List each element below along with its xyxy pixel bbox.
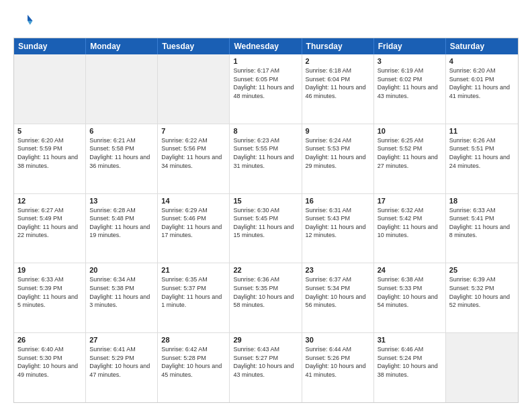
day-number: 7 — [161, 127, 226, 135]
day-number: 5 — [17, 127, 82, 135]
cal-header-wednesday: Wednesday — [230, 38, 302, 54]
page: SundayMondayTuesdayWednesdayThursdayFrid… — [0, 0, 532, 411]
day-number: 31 — [378, 336, 442, 344]
cell-content: Sunrise: 6:30 AMSunset: 5:45 PMDaylight:… — [233, 206, 298, 240]
cell-content: Sunrise: 6:20 AMSunset: 6:01 PMDaylight:… — [449, 66, 515, 100]
cal-cell-day-26: 26Sunrise: 6:40 AMSunset: 5:30 PMDayligh… — [14, 333, 86, 402]
svg-marker-1 — [28, 21, 33, 25]
cell-content: Sunrise: 6:34 AMSunset: 5:38 PMDaylight:… — [89, 275, 154, 309]
day-number: 18 — [449, 197, 515, 205]
cell-content: Sunrise: 6:35 AMSunset: 5:37 PMDaylight:… — [161, 275, 226, 309]
cal-header-sunday: Sunday — [14, 38, 86, 54]
cell-content: Sunrise: 6:24 AMSunset: 5:53 PMDaylight:… — [306, 136, 370, 170]
day-number: 2 — [306, 57, 370, 65]
cal-cell-day-17: 17Sunrise: 6:32 AMSunset: 5:42 PMDayligh… — [374, 194, 446, 263]
cal-cell-day-6: 6Sunrise: 6:21 AMSunset: 5:58 PMDaylight… — [86, 124, 158, 193]
cal-cell-day-18: 18Sunrise: 6:33 AMSunset: 5:41 PMDayligh… — [446, 194, 518, 263]
day-number: 11 — [449, 127, 515, 135]
cal-cell-day-10: 10Sunrise: 6:25 AMSunset: 5:52 PMDayligh… — [374, 124, 446, 193]
cal-week-4: 19Sunrise: 6:33 AMSunset: 5:39 PMDayligh… — [14, 263, 518, 333]
cell-content: Sunrise: 6:21 AMSunset: 5:58 PMDaylight:… — [89, 136, 154, 170]
cal-cell-day-9: 9Sunrise: 6:24 AMSunset: 5:53 PMDaylight… — [302, 124, 374, 193]
day-number: 29 — [233, 336, 298, 344]
cell-content: Sunrise: 6:40 AMSunset: 5:30 PMDaylight:… — [17, 345, 82, 379]
day-number: 20 — [89, 266, 154, 274]
cell-content: Sunrise: 6:38 AMSunset: 5:33 PMDaylight:… — [378, 275, 442, 309]
day-number: 14 — [161, 197, 226, 205]
cell-content: Sunrise: 6:46 AMSunset: 5:24 PMDaylight:… — [378, 345, 442, 379]
cell-content: Sunrise: 6:44 AMSunset: 5:26 PMDaylight:… — [306, 345, 370, 379]
cell-content: Sunrise: 6:37 AMSunset: 5:34 PMDaylight:… — [306, 275, 370, 309]
cell-content: Sunrise: 6:28 AMSunset: 5:48 PMDaylight:… — [89, 206, 154, 240]
cal-header-saturday: Saturday — [446, 38, 518, 54]
cal-cell-day-13: 13Sunrise: 6:28 AMSunset: 5:48 PMDayligh… — [86, 194, 158, 263]
day-number: 10 — [378, 127, 442, 135]
cell-content: Sunrise: 6:25 AMSunset: 5:52 PMDaylight:… — [378, 136, 442, 170]
cal-cell-day-20: 20Sunrise: 6:34 AMSunset: 5:38 PMDayligh… — [86, 263, 158, 332]
day-number: 21 — [161, 266, 226, 274]
header — [13, 11, 519, 31]
cell-content: Sunrise: 6:42 AMSunset: 5:28 PMDaylight:… — [161, 345, 226, 379]
cell-content: Sunrise: 6:23 AMSunset: 5:55 PMDaylight:… — [233, 136, 298, 170]
cal-cell-day-12: 12Sunrise: 6:27 AMSunset: 5:49 PMDayligh… — [14, 194, 86, 263]
cal-cell-empty — [14, 54, 86, 124]
cal-header-monday: Monday — [86, 38, 158, 54]
cal-cell-day-7: 7Sunrise: 6:22 AMSunset: 5:56 PMDaylight… — [158, 124, 230, 193]
day-number: 22 — [233, 266, 298, 274]
cal-cell-day-8: 8Sunrise: 6:23 AMSunset: 5:55 PMDaylight… — [230, 124, 302, 193]
cell-content: Sunrise: 6:22 AMSunset: 5:56 PMDaylight:… — [161, 136, 226, 170]
cal-cell-day-28: 28Sunrise: 6:42 AMSunset: 5:28 PMDayligh… — [158, 333, 230, 402]
cal-cell-day-5: 5Sunrise: 6:20 AMSunset: 5:59 PMDaylight… — [14, 124, 86, 193]
cal-cell-day-19: 19Sunrise: 6:33 AMSunset: 5:39 PMDayligh… — [14, 263, 86, 332]
cell-content: Sunrise: 6:18 AMSunset: 6:04 PMDaylight:… — [306, 66, 370, 100]
day-number: 3 — [378, 57, 442, 65]
cell-content: Sunrise: 6:41 AMSunset: 5:29 PMDaylight:… — [89, 345, 154, 379]
cal-week-3: 12Sunrise: 6:27 AMSunset: 5:49 PMDayligh… — [14, 194, 518, 264]
cal-header-tuesday: Tuesday — [158, 38, 230, 54]
cal-cell-day-22: 22Sunrise: 6:36 AMSunset: 5:35 PMDayligh… — [230, 263, 302, 332]
day-number: 30 — [306, 336, 370, 344]
cal-week-2: 5Sunrise: 6:20 AMSunset: 5:59 PMDaylight… — [14, 124, 518, 194]
cell-content: Sunrise: 6:36 AMSunset: 5:35 PMDaylight:… — [233, 275, 298, 309]
cal-cell-empty — [86, 54, 158, 124]
cell-content: Sunrise: 6:33 AMSunset: 5:41 PMDaylight:… — [449, 206, 515, 240]
cal-cell-day-21: 21Sunrise: 6:35 AMSunset: 5:37 PMDayligh… — [158, 263, 230, 332]
day-number: 27 — [89, 336, 154, 344]
day-number: 8 — [233, 127, 298, 135]
cal-cell-day-4: 4Sunrise: 6:20 AMSunset: 6:01 PMDaylight… — [446, 54, 518, 124]
cal-header-friday: Friday — [374, 38, 446, 54]
cell-content: Sunrise: 6:19 AMSunset: 6:02 PMDaylight:… — [378, 66, 442, 100]
logo — [13, 11, 36, 31]
day-number: 16 — [306, 197, 370, 205]
cal-cell-day-15: 15Sunrise: 6:30 AMSunset: 5:45 PMDayligh… — [230, 194, 302, 263]
day-number: 12 — [17, 197, 82, 205]
day-number: 23 — [306, 266, 370, 274]
calendar-body: 1Sunrise: 6:17 AMSunset: 6:05 PMDaylight… — [14, 54, 518, 402]
cal-cell-empty — [158, 54, 230, 124]
cal-cell-day-3: 3Sunrise: 6:19 AMSunset: 6:02 PMDaylight… — [374, 54, 446, 124]
day-number: 13 — [89, 197, 154, 205]
cal-cell-day-11: 11Sunrise: 6:26 AMSunset: 5:51 PMDayligh… — [446, 124, 518, 193]
cal-cell-day-1: 1Sunrise: 6:17 AMSunset: 6:05 PMDaylight… — [230, 54, 302, 124]
day-number: 9 — [306, 127, 370, 135]
cal-cell-day-16: 16Sunrise: 6:31 AMSunset: 5:43 PMDayligh… — [302, 194, 374, 263]
cell-content: Sunrise: 6:43 AMSunset: 5:27 PMDaylight:… — [233, 345, 298, 379]
cell-content: Sunrise: 6:39 AMSunset: 5:32 PMDaylight:… — [449, 275, 515, 309]
svg-marker-0 — [28, 15, 33, 21]
day-number: 24 — [378, 266, 442, 274]
cal-cell-day-14: 14Sunrise: 6:29 AMSunset: 5:46 PMDayligh… — [158, 194, 230, 263]
cal-cell-day-23: 23Sunrise: 6:37 AMSunset: 5:34 PMDayligh… — [302, 263, 374, 332]
cal-cell-day-29: 29Sunrise: 6:43 AMSunset: 5:27 PMDayligh… — [230, 333, 302, 402]
calendar: SundayMondayTuesdayWednesdayThursdayFrid… — [13, 38, 519, 403]
logo-icon — [13, 11, 34, 31]
cell-content: Sunrise: 6:31 AMSunset: 5:43 PMDaylight:… — [306, 206, 370, 240]
day-number: 15 — [233, 197, 298, 205]
cal-cell-day-31: 31Sunrise: 6:46 AMSunset: 5:24 PMDayligh… — [374, 333, 446, 402]
cell-content: Sunrise: 6:17 AMSunset: 6:05 PMDaylight:… — [233, 66, 298, 100]
day-number: 6 — [89, 127, 154, 135]
day-number: 19 — [17, 266, 82, 274]
cell-content: Sunrise: 6:27 AMSunset: 5:49 PMDaylight:… — [17, 206, 82, 240]
day-number: 26 — [17, 336, 82, 344]
cell-content: Sunrise: 6:20 AMSunset: 5:59 PMDaylight:… — [17, 136, 82, 170]
cal-cell-day-24: 24Sunrise: 6:38 AMSunset: 5:33 PMDayligh… — [374, 263, 446, 332]
